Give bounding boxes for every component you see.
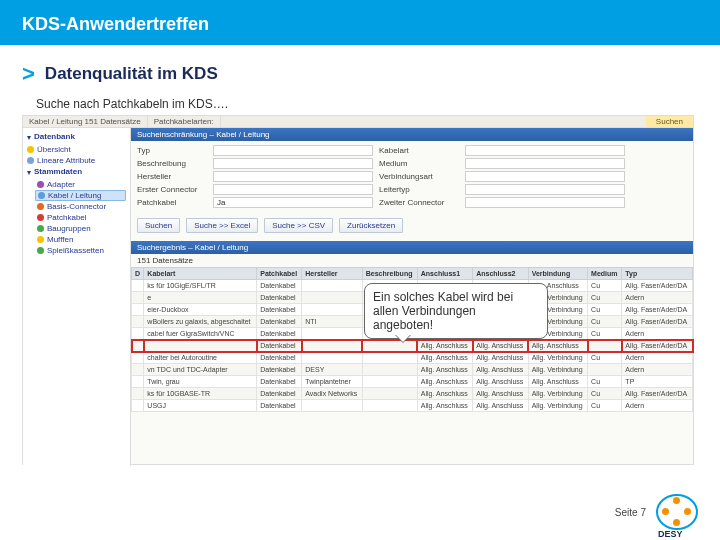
table-row[interactable]: vn TDC und TDC-AdapterDatenkabelDESYAllg… bbox=[132, 364, 693, 376]
callout-bubble: Ein solches Kabel wird bei allen Verbind… bbox=[364, 283, 548, 339]
table-header[interactable]: Typ bbox=[622, 268, 693, 280]
label-typ: Typ bbox=[137, 146, 207, 155]
table-row[interactable]: chalter bei AutoroutineDatenkabelAllg. A… bbox=[132, 352, 693, 364]
logo-text: DESY bbox=[658, 529, 683, 539]
table-row[interactable]: DatenkabelAllg. AnschlussAllg. Anschluss… bbox=[132, 340, 693, 352]
kabelart-field[interactable] bbox=[465, 145, 625, 156]
sidebar-item-label: Lineare Attribute bbox=[37, 156, 95, 165]
table-row[interactable]: Twin, grauDatenkabelTwinplantetnerAllg. … bbox=[132, 376, 693, 388]
sidebar-item-baugruppen[interactable]: Baugruppen bbox=[27, 223, 126, 234]
table-cell: Allg. Faser/Ader/DA bbox=[622, 304, 693, 316]
table-cell: Allg. Anschluss bbox=[417, 388, 472, 400]
table-cell: DESY bbox=[302, 364, 362, 376]
table-header[interactable]: Verbindung bbox=[528, 268, 587, 280]
table-header[interactable]: Kabelart bbox=[144, 268, 257, 280]
sidebar-item-muffen[interactable]: Mufffen bbox=[27, 234, 126, 245]
label-hersteller: Hersteller bbox=[137, 172, 207, 181]
csv-button[interactable]: Suche >> CSV bbox=[264, 218, 333, 233]
sidebar-item-connector[interactable]: Basis-Connector bbox=[27, 201, 126, 212]
table-cell: Cu bbox=[588, 388, 622, 400]
table-cell: Cu bbox=[588, 292, 622, 304]
sidebar-item-spleiss[interactable]: Spleißkassetten bbox=[27, 245, 126, 256]
sidebar-item-overview[interactable]: Übersicht bbox=[27, 144, 126, 155]
sidebar-item-patchkabel[interactable]: Patchkabel bbox=[27, 212, 126, 223]
circle-icon bbox=[27, 157, 34, 164]
circle-icon bbox=[37, 225, 44, 232]
circle-icon bbox=[37, 247, 44, 254]
table-cell: Datenkabel bbox=[257, 364, 302, 376]
table-header[interactable]: D bbox=[132, 268, 144, 280]
typ-field[interactable] bbox=[213, 145, 373, 156]
app-tab[interactable]: Kabel / Leitung 151 Datensätze bbox=[23, 116, 148, 127]
table-header[interactable]: Anschluss2 bbox=[473, 268, 528, 280]
table-cell: Cu bbox=[588, 328, 622, 340]
patchkabel-field[interactable]: Ja bbox=[213, 197, 373, 208]
leitertyp-field[interactable] bbox=[465, 184, 625, 195]
app-tab[interactable]: Patchkabelarten: bbox=[148, 116, 221, 127]
table-cell bbox=[132, 280, 144, 292]
button-row: Suchen Suche >> Excel Suche >> CSV Zurüc… bbox=[131, 212, 693, 239]
table-cell: Datenkabel bbox=[257, 352, 302, 364]
table-cell bbox=[132, 352, 144, 364]
beschreibung-field[interactable] bbox=[213, 158, 373, 169]
results-count: 151 Datensätze bbox=[131, 254, 693, 267]
table-cell: Datenkabel bbox=[257, 376, 302, 388]
slide-subtitle: Datenqualität im KDS bbox=[45, 64, 218, 84]
sidebar-item-label: Adapter bbox=[47, 180, 75, 189]
table-cell: Allg. Anschluss bbox=[417, 352, 472, 364]
table-cell: Allg. Anschluss bbox=[473, 388, 528, 400]
table-cell: Allg. Anschluss bbox=[417, 340, 472, 352]
subtitle-row: > Datenqualität im KDS bbox=[0, 45, 720, 93]
circle-icon bbox=[27, 146, 34, 153]
table-cell bbox=[302, 304, 362, 316]
table-cell bbox=[302, 340, 362, 352]
table-cell: Allg. Anschluss bbox=[473, 340, 528, 352]
circle-icon bbox=[37, 203, 44, 210]
table-cell bbox=[132, 388, 144, 400]
table-row[interactable]: ks für 10GBASE-TRDatenkabelAvadix Networ… bbox=[132, 388, 693, 400]
search-panel-title: Sucheinschränkung – Kabel / Leitung bbox=[131, 128, 693, 141]
chevron-icon: > bbox=[22, 61, 35, 87]
table-cell bbox=[302, 292, 362, 304]
table-cell bbox=[132, 304, 144, 316]
table-row[interactable]: USGJDatenkabelAllg. AnschlussAllg. Ansch… bbox=[132, 400, 693, 412]
table-cell: Avadix Networks bbox=[302, 388, 362, 400]
erster-field[interactable] bbox=[213, 184, 373, 195]
table-cell: Datenkabel bbox=[257, 316, 302, 328]
table-cell bbox=[132, 292, 144, 304]
table-cell: wBoilers zu galaxis, abgeschaltet bbox=[144, 316, 257, 328]
sidebar-item-adapter[interactable]: Adapter bbox=[27, 179, 126, 190]
label-erster: Erster Connector bbox=[137, 185, 207, 194]
table-header[interactable]: Anschluss1 bbox=[417, 268, 472, 280]
table-cell bbox=[362, 376, 417, 388]
table-cell: Adern bbox=[622, 400, 693, 412]
excel-button[interactable]: Suche >> Excel bbox=[186, 218, 258, 233]
hersteller-field[interactable] bbox=[213, 171, 373, 182]
suchen-button[interactable]: Suchen bbox=[137, 218, 180, 233]
sidebar-item-kabel[interactable]: Kabel / Leitung bbox=[35, 190, 126, 201]
zweiter-field[interactable] bbox=[465, 197, 625, 208]
reset-button[interactable]: Zurücksetzen bbox=[339, 218, 403, 233]
medium-field[interactable] bbox=[465, 158, 625, 169]
results-panel-title: Suchergebnis – Kabel / Leitung bbox=[131, 241, 693, 254]
table-cell: Allg. Anschluss bbox=[417, 400, 472, 412]
table-cell: ks für 10GigE/SFL/TR bbox=[144, 280, 257, 292]
sidebar-item-label: Mufffen bbox=[47, 235, 73, 244]
table-cell bbox=[302, 400, 362, 412]
table-header[interactable]: Hersteller bbox=[302, 268, 362, 280]
table-header[interactable]: Patchkabel bbox=[257, 268, 302, 280]
sidebar-item-linear[interactable]: Lineare Attribute bbox=[27, 155, 126, 166]
page-number: Seite 7 bbox=[615, 507, 646, 518]
circle-icon bbox=[38, 192, 45, 199]
verbindungsart-field[interactable] bbox=[465, 171, 625, 182]
slide-title: KDS-Anwendertreffen bbox=[0, 0, 720, 45]
table-cell: Cu bbox=[588, 280, 622, 292]
sidebar-tree-toggle[interactable]: ▾Datenbank bbox=[27, 131, 126, 144]
sidebar-item-label: Patchkabel bbox=[47, 213, 87, 222]
table-cell: Allg. Anschluss bbox=[528, 376, 587, 388]
table-cell: Allg. Verbindung bbox=[528, 400, 587, 412]
table-header[interactable]: Beschreibung bbox=[362, 268, 417, 280]
sidebar-tree-toggle[interactable]: ▾Stammdaten bbox=[27, 166, 126, 179]
search-tab[interactable]: Suchen bbox=[646, 116, 693, 127]
table-header[interactable]: Medium bbox=[588, 268, 622, 280]
